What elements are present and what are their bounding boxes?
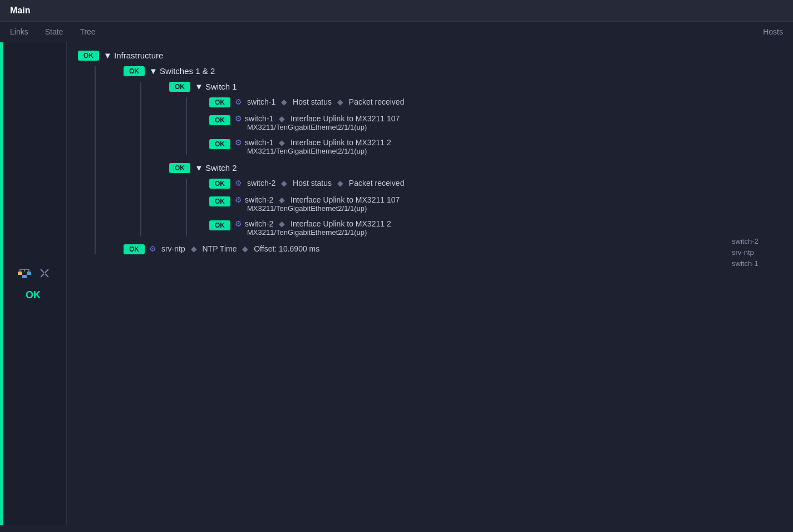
svg-rect-1 [27, 272, 31, 275]
sidebar: OK [0, 42, 67, 525]
badge-srv-ntp: OK [124, 244, 145, 254]
service-icon-sw1-if1: ⚙ [235, 114, 242, 123]
badge-switch2: OK [169, 163, 190, 173]
badge-sw1-if1: OK [209, 115, 230, 125]
service-icon-sw2-if2: ⚙ [235, 219, 242, 228]
network-icon [17, 267, 32, 283]
tree-row-sw2-if1: OK ⚙switch-2 ◆ Interface Uplink to MX321… [209, 195, 715, 213]
main-content: OK OK ▼ Infrastructure OK ▼ Switches 1 &… [0, 42, 793, 525]
label-switches: ▼ Switches 1 & 2 [149, 66, 215, 76]
nav-hosts[interactable]: Hosts [763, 27, 783, 36]
sidebar-ok-label: OK [26, 289, 41, 301]
tree-row-infrastructure: OK ▼ Infrastructure [78, 51, 715, 61]
nav-bar: Links State Tree Hosts [0, 22, 793, 42]
host-item-switch2: switch-2 [732, 237, 758, 245]
title-bar: Main [0, 0, 793, 22]
svg-rect-0 [18, 272, 22, 275]
sidebar-green-bar [0, 42, 3, 525]
host-item-switch1: switch-1 [732, 259, 758, 268]
badge-sw2-if2: OK [209, 220, 230, 230]
badge-sw2-if1: OK [209, 196, 230, 206]
tree-area: OK ▼ Infrastructure OK ▼ Switches 1 & 2 … [67, 42, 726, 525]
badge-switch1: OK [169, 82, 190, 92]
svg-line-10 [41, 274, 44, 277]
label-sw1-if1: ⚙switch-1 ◆ Interface Uplink to MX3211 1… [235, 114, 400, 131]
app-title: Main [10, 6, 30, 15]
tree-row-switch2: OK ▼ Switch 2 [169, 163, 715, 173]
tree-row-sw1-if1: OK ⚙switch-1 ◆ Interface Uplink to MX321… [209, 114, 715, 131]
label-srv-ntp: ⚙ srv-ntp ◆ NTP Time ◆ Offset: 10.6900 m… [149, 244, 319, 253]
label-switch2: ▼ Switch 2 [195, 163, 237, 173]
tree-row-switch1: OK ▼ Switch 1 [169, 82, 715, 92]
badge-sw1-host: OK [209, 97, 230, 107]
service-icon-sw1-if2: ⚙ [235, 138, 242, 147]
nav-state[interactable]: State [45, 27, 63, 36]
label-sw1-host: ⚙ switch-1 ◆ Host status ◆ Packet receiv… [235, 97, 404, 106]
service-icon-sw1-host: ⚙ [235, 97, 242, 106]
svg-rect-2 [22, 275, 27, 278]
nav-links[interactable]: Links [10, 27, 28, 36]
tree-row-sw2-if2: OK ⚙switch-2 ◆ Interface Uplink to MX321… [209, 219, 715, 237]
badge-infrastructure: OK [78, 51, 99, 61]
label-sw1-if2: ⚙switch-1 ◆ Interface Uplink to MX3211 2… [235, 138, 391, 155]
badge-switches: OK [124, 66, 145, 76]
label-switch1: ▼ Switch 1 [195, 82, 237, 91]
icon-row [17, 267, 50, 283]
label-sw2-if2: ⚙switch-2 ◆ Interface Uplink to MX3211 2… [235, 219, 391, 237]
label-infrastructure: ▼ Infrastructure [104, 51, 163, 60]
label-sw2-host: ⚙ switch-2 ◆ Host status ◆ Packet receiv… [235, 179, 404, 188]
service-icon-srv-ntp: ⚙ [149, 244, 156, 253]
tree-row-sw2-host: OK ⚙ switch-2 ◆ Host status ◆ Packet rec… [209, 179, 715, 189]
badge-sw1-if2: OK [209, 139, 230, 149]
tree-row-srv-ntp: OK ⚙ srv-ntp ◆ NTP Time ◆ Offset: 10.690… [124, 244, 715, 254]
tree-row-sw1-host: OK ⚙ switch-1 ◆ Host status ◆ Packet rec… [209, 97, 715, 107]
svg-line-9 [45, 269, 48, 273]
nav-left: Links State Tree [10, 27, 96, 36]
sidebar-inner: OK [17, 267, 50, 301]
svg-line-7 [41, 269, 44, 273]
badge-sw2-host: OK [209, 179, 230, 189]
service-icon-sw2-host: ⚙ [235, 179, 242, 188]
nav-tree[interactable]: Tree [80, 27, 95, 36]
collapse-icon[interactable] [39, 268, 50, 282]
label-sw2-if1: ⚙switch-2 ◆ Interface Uplink to MX3211 1… [235, 195, 400, 213]
hosts-panel: switch-2 srv-ntp switch-1 [726, 42, 793, 525]
tree-row-switches: OK ▼ Switches 1 & 2 [124, 66, 715, 76]
svg-line-8 [45, 274, 48, 277]
host-item-srv-ntp: srv-ntp [732, 248, 758, 257]
service-icon-sw2-if1: ⚙ [235, 195, 242, 204]
tree-row-sw1-if2: OK ⚙switch-1 ◆ Interface Uplink to MX321… [209, 138, 715, 155]
